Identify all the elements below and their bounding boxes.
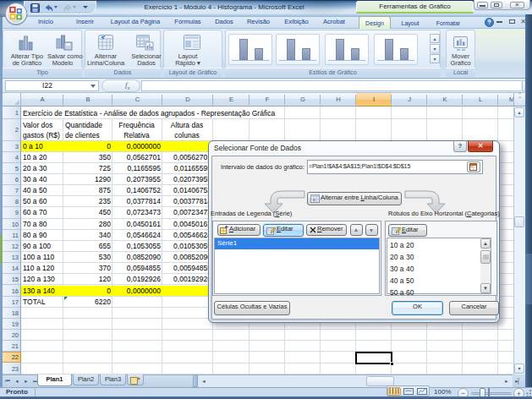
svg-text:?: ? [488, 19, 491, 25]
